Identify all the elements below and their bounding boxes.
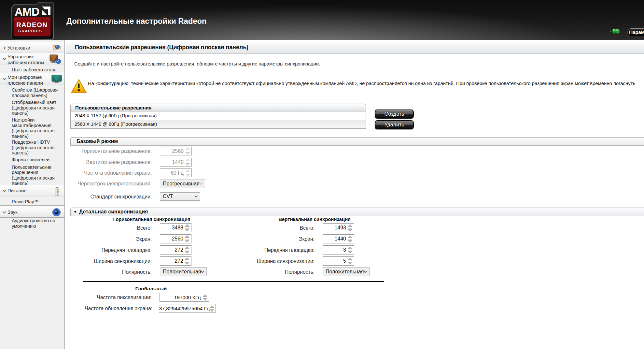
svg-text:GRAPHICS: GRAPHICS [18,29,42,33]
svg-text:AMD: AMD [15,6,39,18]
svg-text:RADEON: RADEON [16,21,48,28]
